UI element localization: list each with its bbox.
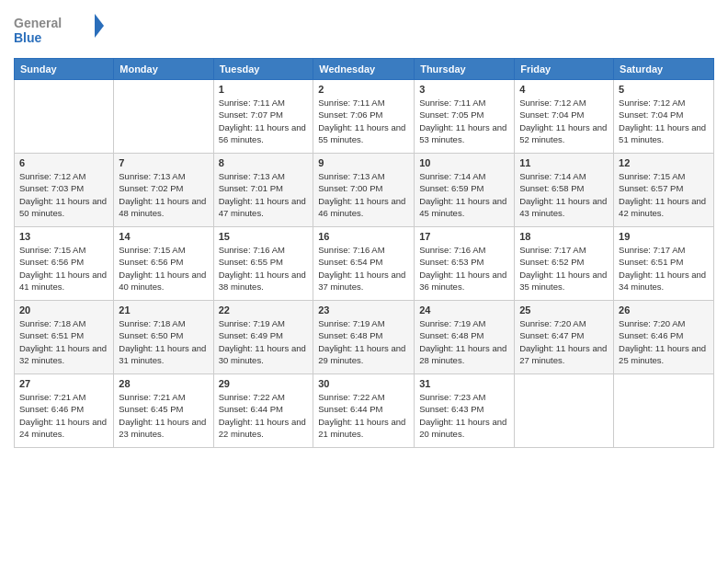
calendar-cell — [15, 80, 114, 154]
calendar-week-2: 6Sunrise: 7:12 AMSunset: 7:03 PMDaylight… — [15, 154, 714, 227]
day-info: Sunrise: 7:16 AMSunset: 6:54 PMDaylight:… — [318, 244, 409, 293]
day-info: Sunrise: 7:23 AMSunset: 6:43 PMDaylight:… — [419, 391, 509, 440]
day-number: 2 — [318, 84, 409, 95]
day-info: Sunrise: 7:15 AMSunset: 6:56 PMDaylight:… — [19, 244, 108, 293]
day-number: 1 — [219, 84, 309, 95]
day-info: Sunrise: 7:11 AMSunset: 7:07 PMDaylight:… — [219, 97, 309, 145]
calendar-cell: 14Sunrise: 7:15 AMSunset: 6:56 PMDayligh… — [114, 227, 213, 301]
day-number: 30 — [318, 378, 409, 389]
day-number: 25 — [519, 304, 609, 316]
calendar-cell: 31Sunrise: 7:23 AMSunset: 6:43 PMDayligh… — [415, 374, 515, 448]
day-info: Sunrise: 7:11 AMSunset: 7:05 PMDaylight:… — [419, 97, 509, 145]
calendar-cell: 21Sunrise: 7:18 AMSunset: 6:50 PMDayligh… — [114, 301, 213, 374]
day-info: Sunrise: 7:16 AMSunset: 6:53 PMDaylight:… — [419, 244, 509, 293]
calendar-cell: 27Sunrise: 7:21 AMSunset: 6:46 PMDayligh… — [15, 374, 114, 448]
day-info: Sunrise: 7:21 AMSunset: 6:45 PMDaylight:… — [119, 391, 208, 440]
weekday-header-thursday: Thursday — [415, 59, 515, 80]
logo: General Blue — [14, 9, 106, 51]
weekday-header-sunday: Sunday — [15, 59, 114, 80]
day-number: 19 — [619, 231, 709, 242]
day-info: Sunrise: 7:22 AMSunset: 6:44 PMDaylight:… — [318, 391, 409, 440]
weekday-header-tuesday: Tuesday — [213, 59, 313, 80]
calendar-table: SundayMondayTuesdayWednesdayThursdayFrid… — [14, 58, 714, 448]
svg-text:Blue: Blue — [14, 30, 42, 45]
day-info: Sunrise: 7:18 AMSunset: 6:50 PMDaylight:… — [119, 317, 208, 366]
page: General Blue SundayMondayTuesdayWednesda… — [0, 0, 728, 563]
day-number: 15 — [219, 231, 309, 242]
calendar-cell — [614, 374, 714, 448]
calendar-cell: 25Sunrise: 7:20 AMSunset: 6:47 PMDayligh… — [515, 301, 614, 374]
calendar-cell: 4Sunrise: 7:12 AMSunset: 7:04 PMDaylight… — [515, 80, 614, 154]
day-number: 24 — [419, 304, 509, 316]
day-number: 11 — [519, 157, 609, 168]
calendar-cell: 10Sunrise: 7:14 AMSunset: 6:59 PMDayligh… — [415, 154, 515, 227]
calendar-week-5: 27Sunrise: 7:21 AMSunset: 6:46 PMDayligh… — [15, 374, 714, 448]
calendar-header: SundayMondayTuesdayWednesdayThursdayFrid… — [15, 59, 714, 80]
calendar-week-4: 20Sunrise: 7:18 AMSunset: 6:51 PMDayligh… — [15, 301, 714, 374]
calendar-cell: 7Sunrise: 7:13 AMSunset: 7:02 PMDaylight… — [114, 154, 213, 227]
calendar-cell: 29Sunrise: 7:22 AMSunset: 6:44 PMDayligh… — [213, 374, 313, 448]
calendar-cell: 5Sunrise: 7:12 AMSunset: 7:04 PMDaylight… — [614, 80, 714, 154]
calendar-cell: 22Sunrise: 7:19 AMSunset: 6:49 PMDayligh… — [213, 301, 313, 374]
svg-marker-2 — [95, 14, 104, 38]
weekday-header-friday: Friday — [515, 59, 614, 80]
day-info: Sunrise: 7:20 AMSunset: 6:46 PMDaylight:… — [619, 317, 709, 366]
day-info: Sunrise: 7:16 AMSunset: 6:55 PMDaylight:… — [219, 244, 309, 293]
calendar-cell: 3Sunrise: 7:11 AMSunset: 7:05 PMDaylight… — [415, 80, 515, 154]
day-info: Sunrise: 7:17 AMSunset: 6:52 PMDaylight:… — [519, 244, 609, 293]
calendar-cell: 13Sunrise: 7:15 AMSunset: 6:56 PMDayligh… — [15, 227, 114, 301]
calendar-cell: 16Sunrise: 7:16 AMSunset: 6:54 PMDayligh… — [313, 227, 415, 301]
day-number: 23 — [318, 304, 409, 316]
day-info: Sunrise: 7:13 AMSunset: 7:01 PMDaylight:… — [219, 170, 309, 219]
day-info: Sunrise: 7:11 AMSunset: 7:06 PMDaylight:… — [318, 97, 409, 145]
day-number: 18 — [519, 231, 609, 242]
day-info: Sunrise: 7:19 AMSunset: 6:48 PMDaylight:… — [318, 317, 409, 366]
calendar-cell: 2Sunrise: 7:11 AMSunset: 7:06 PMDaylight… — [313, 80, 415, 154]
calendar-cell: 19Sunrise: 7:17 AMSunset: 6:51 PMDayligh… — [614, 227, 714, 301]
day-info: Sunrise: 7:22 AMSunset: 6:44 PMDaylight:… — [219, 391, 309, 440]
logo-svg: General Blue — [14, 9, 106, 51]
day-number: 7 — [119, 157, 208, 168]
day-info: Sunrise: 7:19 AMSunset: 6:49 PMDaylight:… — [219, 317, 309, 366]
calendar-cell: 6Sunrise: 7:12 AMSunset: 7:03 PMDaylight… — [15, 154, 114, 227]
calendar-cell: 1Sunrise: 7:11 AMSunset: 7:07 PMDaylight… — [213, 80, 313, 154]
day-number: 14 — [119, 231, 208, 242]
calendar-week-1: 1Sunrise: 7:11 AMSunset: 7:07 PMDaylight… — [15, 80, 714, 154]
calendar-cell — [114, 80, 213, 154]
day-number: 27 — [19, 378, 108, 389]
calendar-cell: 23Sunrise: 7:19 AMSunset: 6:48 PMDayligh… — [313, 301, 415, 374]
day-info: Sunrise: 7:18 AMSunset: 6:51 PMDaylight:… — [19, 317, 108, 366]
calendar-cell: 24Sunrise: 7:19 AMSunset: 6:48 PMDayligh… — [415, 301, 515, 374]
calendar-cell: 15Sunrise: 7:16 AMSunset: 6:55 PMDayligh… — [213, 227, 313, 301]
day-number: 3 — [419, 84, 509, 95]
weekday-header-wednesday: Wednesday — [313, 59, 415, 80]
day-info: Sunrise: 7:13 AMSunset: 7:02 PMDaylight:… — [119, 170, 208, 219]
svg-text:General: General — [14, 16, 62, 30]
day-info: Sunrise: 7:17 AMSunset: 6:51 PMDaylight:… — [619, 244, 709, 293]
day-number: 12 — [619, 157, 709, 168]
calendar-cell: 18Sunrise: 7:17 AMSunset: 6:52 PMDayligh… — [515, 227, 614, 301]
day-number: 4 — [519, 84, 609, 95]
day-number: 9 — [318, 157, 409, 168]
day-number: 17 — [419, 231, 509, 242]
day-info: Sunrise: 7:15 AMSunset: 6:56 PMDaylight:… — [119, 244, 208, 293]
day-info: Sunrise: 7:13 AMSunset: 7:00 PMDaylight:… — [318, 170, 409, 219]
weekday-header-monday: Monday — [114, 59, 213, 80]
day-number: 29 — [219, 378, 309, 389]
weekday-row: SundayMondayTuesdayWednesdayThursdayFrid… — [15, 59, 714, 80]
calendar-cell: 8Sunrise: 7:13 AMSunset: 7:01 PMDaylight… — [213, 154, 313, 227]
calendar-cell: 11Sunrise: 7:14 AMSunset: 6:58 PMDayligh… — [515, 154, 614, 227]
day-info: Sunrise: 7:12 AMSunset: 7:03 PMDaylight:… — [19, 170, 108, 219]
day-number: 10 — [419, 157, 509, 168]
day-info: Sunrise: 7:20 AMSunset: 6:47 PMDaylight:… — [519, 317, 609, 366]
calendar-cell: 30Sunrise: 7:22 AMSunset: 6:44 PMDayligh… — [313, 374, 415, 448]
day-info: Sunrise: 7:15 AMSunset: 6:57 PMDaylight:… — [619, 170, 709, 219]
day-number: 6 — [19, 157, 108, 168]
day-number: 26 — [619, 304, 709, 316]
day-info: Sunrise: 7:12 AMSunset: 7:04 PMDaylight:… — [519, 97, 609, 145]
weekday-header-saturday: Saturday — [614, 59, 714, 80]
header: General Blue — [14, 9, 714, 51]
day-number: 8 — [219, 157, 309, 168]
calendar-week-3: 13Sunrise: 7:15 AMSunset: 6:56 PMDayligh… — [15, 227, 714, 301]
day-number: 16 — [318, 231, 409, 242]
